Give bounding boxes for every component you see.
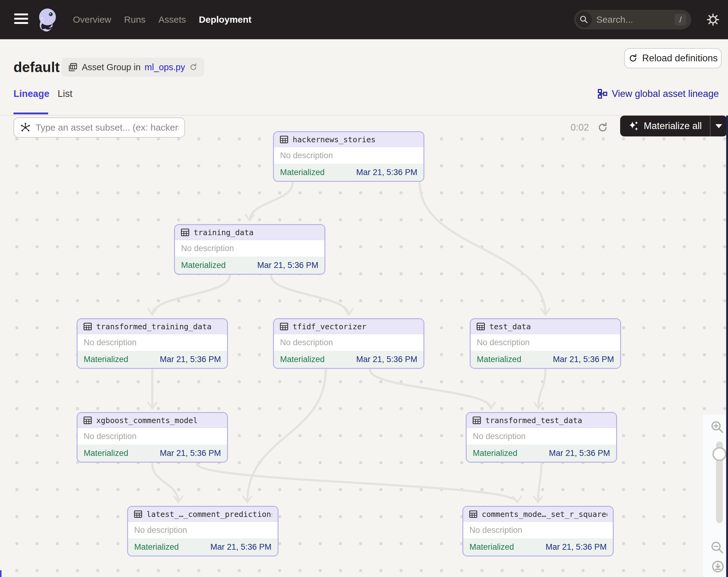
table-icon	[83, 416, 92, 425]
asset-description: No description	[469, 526, 522, 535]
asset-name: transformed_training_data	[96, 322, 211, 331]
materialization-timestamp[interactable]: Mar 21, 5:36 PM	[545, 542, 607, 552]
asset-node-body: No description	[274, 147, 423, 164]
nav-item-deployment[interactable]: Deployment	[199, 15, 252, 25]
materialized-status: Materialized	[84, 355, 128, 364]
view-global-asset-lineage-link[interactable]: View global asset lineage	[597, 88, 719, 99]
asset-node-header: training_data	[175, 225, 324, 240]
materialized-status: Materialized	[477, 355, 521, 364]
materialization-timestamp[interactable]: Mar 21, 5:36 PM	[210, 542, 271, 552]
asset-description: No description	[84, 432, 137, 441]
materialization-timestamp[interactable]: Mar 21, 5:36 PM	[356, 168, 417, 177]
asset-description: No description	[473, 432, 526, 441]
search-icon	[576, 11, 592, 28]
materialized-status: Materialized	[469, 542, 514, 552]
asset-node-header: transformed_training_data	[78, 319, 227, 334]
asset-node-body: No description	[128, 522, 278, 538]
right-edge-strip	[726, 116, 728, 577]
materialization-timestamp[interactable]: Mar 21, 5:36 PM	[549, 449, 610, 458]
asset-node[interactable]: xgboost_comments_model No description Ma…	[77, 412, 228, 462]
caret-down-icon	[716, 124, 722, 128]
asset-node-footer: Materialized Mar 21, 5:36 PM	[78, 445, 227, 462]
zoom-in-icon[interactable]	[710, 420, 725, 434]
asset-node[interactable]: latest_…_comment_predictions No descript…	[127, 506, 279, 556]
asset-name: transformed_test_data	[485, 416, 582, 425]
asset-group-file-link[interactable]: ml_ops.py	[145, 62, 185, 72]
zoom-slider-thumb[interactable]	[712, 447, 726, 461]
sparkles-icon	[628, 121, 639, 131]
asset-node-body: No description	[471, 334, 620, 351]
materialization-timestamp[interactable]: Mar 21, 5:36 PM	[160, 355, 221, 364]
table-icon	[83, 322, 92, 331]
asset-node-body: No description	[78, 334, 227, 351]
materialize-all-button[interactable]: Materialize all	[620, 116, 710, 136]
global-search[interactable]: /	[574, 10, 691, 29]
asset-node[interactable]: comments_mode…_set_r_squared No descript…	[462, 506, 614, 556]
asset-name: training_data	[193, 228, 254, 237]
materialized-status: Materialized	[280, 355, 325, 364]
asset-description: No description	[84, 338, 137, 347]
asset-node-footer: Materialized Mar 21, 5:36 PM	[274, 164, 423, 181]
top-navigation: Overview Runs Assets Deployment /	[0, 0, 728, 39]
asset-node[interactable]: hackernews_stories No description Materi…	[273, 131, 424, 182]
tab-list[interactable]: List	[58, 88, 72, 99]
reload-definitions-label: Reload definitions	[642, 53, 718, 64]
materialized-status: Materialized	[280, 168, 325, 177]
asset-node-footer: Materialized Mar 21, 5:36 PM	[78, 351, 227, 368]
refresh-graph-icon[interactable]	[597, 122, 608, 133]
materialization-timestamp[interactable]: Mar 21, 5:36 PM	[553, 355, 614, 364]
view-global-asset-lineage-label: View global asset lineage	[612, 88, 719, 99]
asset-node[interactable]: tfidf_vectorizer No description Material…	[273, 318, 424, 369]
asset-name: test_data	[489, 322, 531, 331]
table-icon	[68, 62, 78, 72]
zoom-out-icon[interactable]	[710, 540, 725, 555]
asset-description: No description	[477, 338, 530, 347]
asset-node-header: test_data	[471, 319, 620, 334]
asset-group-badge: Asset Group in ml_ops.py	[61, 58, 204, 77]
asset-node[interactable]: transformed_test_data No description Mat…	[466, 412, 617, 462]
reload-definitions-button[interactable]: Reload definitions	[624, 48, 722, 68]
asset-node-body: No description	[78, 428, 227, 445]
minimap-corner	[0, 570, 2, 577]
asset-filter-input[interactable]	[35, 122, 179, 133]
asset-node-body: No description	[175, 240, 324, 257]
asset-node[interactable]: training_data No description Materialize…	[174, 224, 326, 275]
nav-item-overview[interactable]: Overview	[73, 15, 111, 25]
tab-lineage[interactable]: Lineage	[14, 88, 49, 99]
asset-name: comments_mode…_set_r_squared	[482, 510, 607, 519]
materialization-timestamp[interactable]: Mar 21, 5:36 PM	[257, 260, 318, 270]
gear-icon[interactable]	[706, 12, 720, 27]
active-tab-indicator	[14, 112, 48, 115]
asset-node-footer: Materialized Mar 21, 5:36 PM	[471, 351, 620, 368]
asset-node-header: xgboost_comments_model	[78, 413, 227, 428]
table-icon	[472, 416, 482, 425]
asset-filter	[14, 118, 185, 137]
refresh-icon[interactable]	[189, 63, 198, 71]
asset-description: No description	[181, 244, 234, 253]
table-icon	[134, 509, 142, 519]
table-icon	[469, 509, 478, 519]
lineage-graph-icon	[597, 88, 608, 99]
asset-node-footer: Materialized Mar 21, 5:36 PM	[128, 538, 278, 555]
asset-node[interactable]: test_data No description Materialized Ma…	[470, 318, 621, 369]
asset-node-footer: Materialized Mar 21, 5:36 PM	[463, 538, 613, 555]
dagster-logo[interactable]	[34, 7, 61, 33]
table-icon	[476, 322, 485, 331]
table-icon	[280, 322, 289, 331]
asset-node-header: transformed_test_data	[467, 413, 616, 428]
download-icon[interactable]	[711, 560, 725, 574]
materialize-options-button[interactable]	[710, 116, 727, 136]
nav-item-runs[interactable]: Runs	[124, 15, 146, 25]
asset-node[interactable]: transformed_training_data No description…	[77, 318, 228, 369]
hamburger-menu-icon[interactable]	[14, 14, 28, 26]
search-input[interactable]	[596, 15, 660, 25]
refresh-icon	[628, 53, 638, 63]
graph-timer: 0:02	[571, 118, 589, 137]
materialization-timestamp[interactable]: Mar 21, 5:36 PM	[160, 449, 221, 458]
materialized-status: Materialized	[181, 260, 226, 270]
asset-node-header: tfidf_vectorizer	[274, 319, 423, 334]
materialization-timestamp[interactable]: Mar 21, 5:36 PM	[356, 355, 417, 364]
asset-node-footer: Materialized Mar 21, 5:36 PM	[274, 351, 423, 368]
asset-group-label: Asset Group in	[82, 62, 140, 72]
nav-item-assets[interactable]: Assets	[158, 15, 186, 25]
